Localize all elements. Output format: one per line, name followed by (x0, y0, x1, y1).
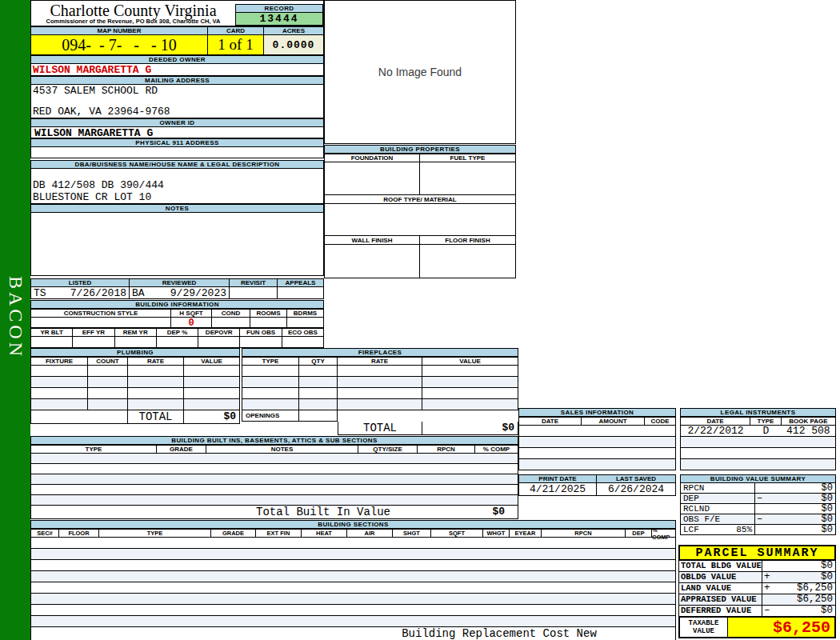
total-bldg-label: TOTAL BLDG VALUE (679, 561, 762, 571)
building-replacement-footer: Building Replacement Cost New (351, 627, 647, 640)
revisit-label: REVISIT (230, 278, 278, 287)
title-block: Charlotte County Virginia Commissioner o… (30, 0, 324, 26)
floor-label: FLOOR (59, 529, 99, 538)
physical-911-section: PHYSICAL 911 ADDRESS (30, 138, 324, 158)
record-box: RECORD 13444 (235, 4, 323, 26)
building-value-summary-title: BUILDING VALUE SUMMARY (680, 474, 836, 483)
dep-op: – (755, 494, 765, 503)
amount-label: AMOUNT (582, 417, 645, 426)
lcf-value: $0 (765, 525, 835, 534)
wall-finish-value (324, 245, 420, 278)
acres-label: ACRES (264, 26, 324, 35)
mailing-line-1: 4537 SALEM SCHOOL RD (33, 85, 323, 97)
dep-label: DEP (626, 529, 652, 538)
sqft-label: SQFT (431, 529, 483, 538)
rooms-label: ROOMS (250, 309, 287, 318)
land-op: + (762, 583, 772, 594)
value-label: VALUE (422, 357, 518, 366)
sales-information-title: SALES INFORMATION (518, 408, 676, 417)
type-label: TYPE (30, 445, 157, 454)
appeals-value (278, 287, 324, 299)
fireplaces-row (242, 399, 518, 410)
remyr-value (115, 337, 157, 348)
listed-label: LISTED (30, 278, 130, 287)
count-label: COUNT (88, 357, 128, 366)
building-section-row (30, 616, 676, 627)
rpcn-label: RPCN (683, 483, 704, 493)
value-summary-row: LCF85% $0 (680, 525, 836, 535)
acres-value: 0.0000 (264, 35, 324, 55)
built-ins-row (30, 474, 518, 485)
whgt-label: WHGT (483, 529, 510, 538)
parcel-summary-row: OBLDG VALUE +$0 (678, 572, 836, 583)
lcf-pct: 85% (736, 525, 752, 534)
legal-line-2: BLUESTONE CR LOT 10 (33, 191, 323, 203)
map-card-acres-row: MAP NUMBER CARD ACRES 094- - 7- - - 10 1… (30, 26, 324, 55)
qty-size-label: QTY/SIZE (358, 445, 418, 454)
built-ins-row (30, 495, 518, 506)
deferred-value: $0 (772, 606, 835, 616)
legal-instrument-row (680, 437, 836, 448)
sales-row (518, 459, 676, 470)
taxable-value-label: TAXABLE VALUE (680, 618, 728, 637)
cond-value (212, 318, 250, 328)
fixture-label: FIXTURE (30, 357, 88, 366)
obs-value: $0 (765, 514, 835, 524)
map-number-value: 094- - 7- - - 10 (30, 35, 208, 55)
card-label: CARD (208, 26, 264, 35)
deferred-label: DEFERRED VALUE (679, 606, 762, 616)
parcel-summary-section: PARCEL SUMMARY TOTAL BLDG VALUE $0 OBLDG… (678, 545, 836, 638)
legal-description-section: DBA/BUISNESS NAME/HOUSE NAME & LEGAL DES… (30, 160, 324, 276)
fuel-type-label: FUEL TYPE (420, 154, 516, 162)
legal-description-value: DB 412/508 DB 390/444 BLUESTONE CR LOT 1… (30, 169, 324, 204)
legal-instrument-row (680, 459, 836, 470)
construction-style-value (30, 318, 171, 328)
comp-label: % COMP (652, 529, 676, 538)
ecoobs-value (282, 337, 324, 348)
total-bldg-op (762, 561, 772, 571)
physical-911-value (30, 147, 324, 158)
plumbing-section: PLUMBING FIXTURE COUNT RATE VALUE TOTAL … (30, 348, 240, 424)
card-value: 1 of 1 (208, 35, 264, 55)
mailing-address-label: MAILING ADDRESS (30, 76, 324, 85)
obldg-label: OBLDG VALUE (679, 572, 762, 582)
land-value: $6,250 (772, 583, 835, 594)
depovr-label: DEPOVR (198, 328, 240, 337)
wall-finish-label: WALL FINISH (324, 236, 420, 245)
air-label: AIR (347, 529, 393, 538)
rpcn-label: RPCN (542, 529, 626, 538)
record-value: 13444 (235, 13, 323, 26)
mailing-address-section: MAILING ADDRESS 4537 SALEM SCHOOL RD RED… (30, 76, 324, 118)
building-section-row (30, 560, 676, 571)
fuel-type-value (420, 162, 516, 195)
total-bldg-value: $0 (772, 561, 835, 571)
owner-id-value: WILSON MARGARETTA G (30, 127, 324, 138)
qty-label: QTY (299, 357, 338, 366)
effyr-label: EFF YR (73, 328, 114, 337)
type-label: TYPE (242, 357, 299, 366)
sidebar-vertical-label: BACON (5, 276, 26, 359)
building-section-row (30, 594, 676, 605)
building-value-summary-section: BUILDING VALUE SUMMARY RPCN $0 DEP –$0 R… (680, 474, 836, 535)
reviewed-label: REVIEWED (130, 278, 230, 287)
building-properties-title: BUILDING PROPERTIES (324, 145, 516, 154)
rclnd-op (755, 504, 765, 514)
built-ins-title: BUILDING BUILT INS, BASEMENTS, ATTICS & … (30, 436, 518, 445)
appraised-value: $6,250 (772, 594, 835, 605)
legal-description-label: DBA/BUISNESS NAME/HOUSE NAME & LEGAL DES… (30, 160, 324, 169)
building-section-row (30, 582, 676, 594)
effyr-value (73, 337, 114, 348)
building-information-section: BUILDING INFORMATION CONSTRUCTION STYLE … (30, 300, 324, 348)
rpcn-label: RPCN (418, 445, 475, 454)
depovr-value (198, 337, 240, 348)
plumbing-row (30, 377, 240, 388)
fireplaces-total-spacer (242, 422, 338, 435)
funobs-label: FUN OBS (240, 328, 282, 337)
plumbing-total-label: TOTAL (128, 410, 184, 424)
map-number-label: MAP NUMBER (30, 26, 208, 35)
appeals-label: APPEALS (278, 278, 324, 287)
taxable-value-amount: $6,250 (728, 618, 834, 637)
sec-label: SEC# (30, 529, 59, 538)
listed-value: TS 7/26/2018 (30, 287, 130, 299)
dep-label: DEP (683, 494, 699, 503)
